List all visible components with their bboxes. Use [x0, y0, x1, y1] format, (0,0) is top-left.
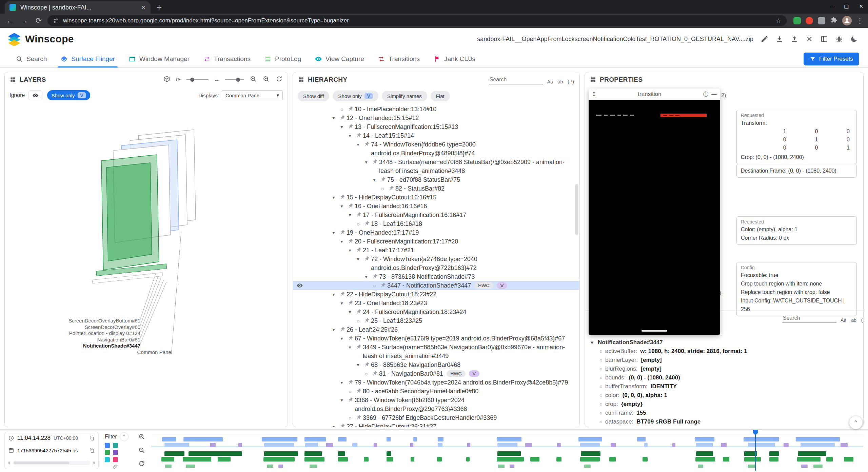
extensions-puzzle-icon[interactable]	[830, 16, 837, 25]
tree-node[interactable]: ▾73 - 8736138 NotificationShade#73	[293, 272, 579, 281]
tree-node[interactable]: ▾3448 - Surface(name=ed70f88 StatusBar)/…	[293, 158, 579, 175]
tree-node[interactable]: ▾75 - ed70f88 StatusBar#75	[293, 175, 579, 184]
timeline-segment[interactable]	[497, 437, 521, 441]
timeline-segment[interactable]	[748, 465, 756, 468]
timeline-segment[interactable]	[557, 443, 560, 447]
timeline-segment[interactable]	[748, 443, 775, 447]
timeline-segment[interactable]	[165, 465, 172, 468]
timeline-canvas[interactable]	[152, 430, 863, 472]
timeline-segment[interactable]	[744, 437, 779, 441]
timeline-segment[interactable]	[581, 451, 601, 456]
displays-select[interactable]: Common Panel ▾	[222, 90, 283, 100]
timeline-segment[interactable]	[844, 457, 853, 461]
site-settings-icon[interactable]	[53, 18, 59, 24]
filter-chip-show-diff[interactable]: Show diff	[298, 91, 329, 101]
property-item[interactable]: dataspace:BT709 sRGB Full range	[589, 417, 861, 426]
timeline-segment[interactable]	[801, 465, 808, 468]
pin-icon[interactable]	[354, 343, 363, 350]
layers-3d-canvas[interactable]	[5, 103, 288, 427]
timeline-segment[interactable]	[387, 437, 391, 441]
tree-node[interactable]: ▾13 - FullscreenMagnification:15:15#13	[293, 122, 579, 131]
tree-node[interactable]: ▾14 - Leaf:15:15#14	[293, 131, 579, 140]
timeline-segment[interactable]	[580, 443, 600, 447]
timeline-segment[interactable]	[438, 443, 443, 447]
reset-view-icon[interactable]	[275, 75, 283, 84]
timeline-segment[interactable]	[672, 443, 675, 447]
forward-icon[interactable]: →	[19, 16, 30, 25]
timeline-segment[interactable]	[438, 437, 443, 441]
filter-collapse-icon[interactable]: ⌃	[120, 432, 129, 441]
tree-node[interactable]: ▾3449 - Surface(name=885b63e NavigationB…	[293, 343, 579, 360]
timeline-segment[interactable]	[784, 443, 789, 447]
properties-search-input[interactable]	[782, 314, 836, 323]
panel-collapse-icon[interactable]	[590, 76, 596, 83]
copy-icon[interactable]	[89, 435, 95, 441]
tree-node[interactable]: ▾17 - FullscreenMagnification:16:16#17	[293, 211, 579, 219]
timeline-segment[interactable]	[189, 451, 242, 456]
pin-icon[interactable]	[346, 105, 355, 112]
regex-icon[interactable]: (.*)	[861, 317, 864, 323]
pin-icon[interactable]	[362, 219, 371, 227]
timeline-segment[interactable]	[278, 465, 283, 468]
documentation-icon[interactable]	[818, 33, 831, 45]
hierarchy-search-input[interactable]	[489, 75, 543, 84]
trace-type-icon[interactable]	[113, 457, 118, 462]
reload-icon[interactable]: ⟳	[33, 16, 44, 25]
tree-node[interactable]: 3447 - NotificationShade#3447HWCV	[293, 281, 579, 290]
timeline-segment[interactable]	[413, 437, 417, 441]
tab-surface-flinger[interactable]: Surface Flinger	[54, 50, 122, 67]
tree-node[interactable]: ▾23 - OneHanded:18:23#23	[293, 299, 579, 308]
rotation-slider[interactable]	[186, 79, 209, 80]
timeline-segment[interactable]	[310, 465, 317, 468]
timeline-segment[interactable]	[498, 465, 505, 468]
property-item[interactable]: bufferTransform:IDENTITY	[589, 382, 861, 391]
collapse-icon[interactable]: ▾	[338, 396, 346, 405]
pin-icon[interactable]	[378, 281, 387, 288]
pin-icon[interactable]	[378, 175, 387, 182]
tree-node[interactable]: ▾22 - HideDisplayCutout:18:23#22	[293, 290, 579, 299]
layer-label[interactable]: Common Panel	[5, 349, 172, 356]
tree-node[interactable]: ▾12 - OneHanded:15:15#12	[293, 114, 579, 122]
collapse-icon[interactable]: ▾	[338, 334, 346, 343]
timeline-segment[interactable]	[813, 465, 823, 468]
collapse-icon[interactable]: ▾	[354, 255, 362, 263]
collapse-icon[interactable]: ▾	[338, 122, 346, 131]
timeline-segment[interactable]	[644, 443, 648, 447]
collapse-icon[interactable]: ▾	[346, 131, 354, 140]
timeline-segment[interactable]	[387, 457, 393, 461]
collapse-icon[interactable]: ▾	[346, 246, 354, 255]
collapse-icon[interactable]: ▾	[370, 175, 378, 184]
timeline-segment[interactable]	[695, 457, 715, 461]
pin-icon[interactable]	[338, 325, 347, 332]
tree-node[interactable]: ▾68 - 885b63e NavigationBar0#68	[293, 360, 579, 369]
match-word-icon[interactable]: ab	[850, 317, 857, 323]
timeline-segment[interactable]	[364, 457, 369, 461]
collapse-icon[interactable]: ▾	[338, 202, 346, 211]
collapse-icon[interactable]: ▾	[330, 290, 338, 299]
timeline-segment[interactable]	[338, 437, 347, 441]
timeline-segment[interactable]	[497, 457, 524, 461]
timeline-segment[interactable]	[238, 443, 242, 447]
timeline-segment[interactable]	[210, 443, 216, 447]
timeline-segment[interactable]	[643, 457, 648, 461]
zoom-in-icon[interactable]	[250, 75, 257, 84]
window-maximize-icon[interactable]: ▢	[844, 3, 849, 9]
new-tab-button[interactable]: +	[153, 1, 165, 13]
timeline-segment[interactable]	[723, 457, 729, 461]
timeline-segment[interactable]	[264, 451, 298, 456]
property-item[interactable]: crop:{empty}	[589, 400, 861, 409]
window-close-icon[interactable]: ✕	[859, 3, 863, 9]
window-minimize-icon[interactable]: ─	[830, 4, 834, 9]
timeline-segment[interactable]	[826, 457, 833, 461]
pin-icon[interactable]	[362, 316, 371, 323]
timeline-segment[interactable]	[326, 443, 333, 447]
tree-node[interactable]: ▾24 - FullscreenMagnification:18:23#24	[293, 308, 579, 316]
pin-icon[interactable]	[362, 140, 371, 147]
timeline-segment[interactable]	[578, 437, 602, 441]
filter-chip-show-only[interactable]: Show onlyV	[333, 91, 378, 101]
pin-icon[interactable]	[338, 290, 347, 297]
timeline-segment[interactable]	[584, 465, 591, 468]
timeline-segment[interactable]	[263, 457, 295, 461]
browser-tab[interactable]: Winscope | sandbox-FAI... ✕	[5, 1, 151, 14]
tree-node[interactable]: ▾3368 - WindowToken{f6b2f60 type=2024 an…	[293, 396, 579, 413]
